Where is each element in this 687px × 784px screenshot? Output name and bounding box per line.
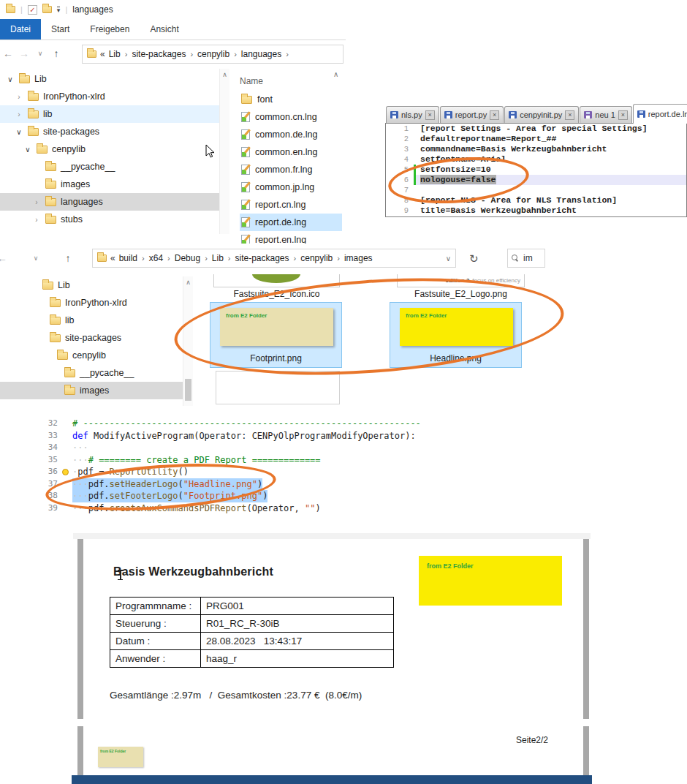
file-row[interactable]: common.jp.lng — [240, 178, 342, 196]
editor-tab[interactable]: nls.py × — [386, 106, 439, 123]
file-row[interactable]: common.cn.lng — [240, 108, 342, 126]
thumbnail-fastsuite-icon[interactable] — [213, 274, 340, 287]
thumbnail-fastsuite-logo[interactable]: edition 2 focus on efficiency — [397, 274, 525, 287]
line-number: 3 — [386, 144, 414, 154]
tree-item[interactable]: ∨ Lib — [0, 70, 219, 88]
tree-scrollbar[interactable]: ∧ — [183, 276, 193, 406]
file-row[interactable]: common.fr.lng — [240, 161, 342, 178]
file-row[interactable]: common.en.lng — [240, 143, 342, 161]
scrollbar-thumb[interactable] — [185, 379, 191, 401]
from-e2-folder-text: from E2 Folder — [226, 312, 267, 319]
tree-item[interactable]: __pycache__ — [0, 364, 183, 382]
editor-content[interactable]: 1 [report Settings - Area for special Se… — [385, 123, 687, 217]
file-row[interactable]: common.de.lng — [240, 126, 342, 143]
mouse-cursor — [205, 144, 215, 159]
close-icon[interactable]: × — [425, 110, 435, 120]
tree-item[interactable]: › lib — [0, 105, 219, 123]
thumbnail-label[interactable]: Fastsuite_E2_Logo.png — [397, 289, 525, 299]
folder-icon — [28, 93, 39, 101]
editor-tab[interactable]: report.py × — [440, 106, 504, 123]
tree-chevron-icon[interactable]: › — [32, 216, 41, 224]
address-dropdown-icon[interactable]: ∨ — [446, 255, 451, 263]
tree-item[interactable]: ∨ cenpylib — [0, 140, 219, 158]
history-dropdown-icon[interactable]: ∨ — [28, 255, 44, 262]
tree-item[interactable]: images — [0, 382, 183, 399]
thumbnail-headline-selected[interactable]: from E2 Folder Headline.png — [390, 302, 522, 368]
address-bar[interactable]: « build›x64›Debug›Lib›site-packages›cenp… — [92, 249, 456, 268]
report-table-row: Steuerung :R01_RC_R-30iB — [110, 615, 394, 633]
tree-item[interactable]: › IronPython-xlrd — [0, 88, 219, 105]
forward-icon[interactable]: → — [16, 48, 32, 59]
column-header-name[interactable]: Name — [240, 72, 342, 91]
tree-item[interactable]: ∨ site-packages — [0, 123, 219, 140]
refresh-icon[interactable]: ↻ — [469, 252, 479, 265]
tree-scrollbar[interactable]: ∧ — [219, 69, 229, 234]
breadcrumb-item[interactable]: Debug — [175, 253, 200, 263]
breadcrumb-item[interactable]: Lib — [109, 49, 121, 59]
up-icon[interactable]: ↑ — [48, 48, 64, 59]
thumbnail-footprint-selected[interactable]: from E2 Folder Footprint.png — [210, 302, 342, 368]
breadcrumb-item[interactable]: Lib — [212, 253, 224, 263]
editor-tab[interactable]: neu 1 × — [580, 106, 632, 123]
breadcrumb-item[interactable]: build — [119, 253, 137, 263]
breadcrumb-item[interactable]: x64 — [149, 253, 163, 263]
search-input[interactable]: im — [523, 253, 533, 263]
separator: | — [65, 5, 67, 14]
list-scrollbar-up-icon[interactable]: ∧ — [333, 70, 338, 78]
breadcrumb-item[interactable]: languages — [241, 49, 281, 59]
tree-item[interactable]: Lib — [0, 276, 183, 294]
new-folder-icon[interactable] — [42, 6, 52, 13]
history-dropdown-icon[interactable]: ∨ — [32, 50, 48, 57]
thumbnail-label[interactable]: Fastsuite_E2_Icon.ico — [213, 289, 340, 299]
tree-chevron-icon[interactable]: ∨ — [23, 146, 32, 154]
properties-check-icon[interactable]: ✓ — [28, 5, 37, 15]
search-box[interactable]: im — [507, 249, 545, 268]
tree-item[interactable]: lib — [0, 312, 183, 329]
ribbon-tab[interactable]: Ansicht — [140, 19, 189, 39]
tree-item[interactable]: __pycache__ — [0, 158, 219, 176]
file-row[interactable]: report.de.lng — [240, 214, 342, 231]
breadcrumb-separator: › — [293, 254, 297, 263]
tree-item[interactable]: IronPython-xlrd — [0, 294, 183, 312]
breadcrumb-item[interactable]: cenpylib — [300, 253, 333, 263]
tree-chevron-icon[interactable]: ∨ — [6, 75, 15, 83]
tree-chevron-icon[interactable]: › — [15, 93, 23, 101]
folder-icon — [42, 282, 53, 290]
tree-item[interactable]: images — [0, 176, 219, 193]
close-icon[interactable]: × — [490, 110, 499, 120]
file-name: font — [257, 94, 273, 105]
file-row[interactable]: font — [240, 91, 342, 108]
back-icon[interactable]: ← — [0, 48, 16, 59]
tree-chevron-icon[interactable]: › — [32, 198, 41, 206]
code-snippet-editor[interactable]: 32 # -----------------------------------… — [33, 415, 420, 515]
quick-access-dropdown-icon[interactable]: ▾ — [57, 7, 61, 13]
tree-chevron-icon[interactable]: › — [15, 110, 23, 118]
address-folder-icon — [87, 50, 96, 58]
lightbulb-icon[interactable] — [62, 469, 69, 475]
thumbnail-empty[interactable] — [216, 371, 340, 404]
tree-chevron-icon[interactable]: ∨ — [15, 128, 23, 136]
from-e2-folder-text: from E2 Folder — [427, 562, 474, 570]
file-row[interactable]: report.cn.lng — [240, 196, 342, 214]
ribbon-tab[interactable]: Datei — [0, 19, 41, 39]
back-icon[interactable]: ← — [0, 252, 10, 264]
ribbon-tab[interactable]: Freigeben — [80, 19, 140, 39]
tree-item[interactable]: site-packages — [0, 329, 183, 347]
ribbon-tab[interactable]: Start — [41, 19, 80, 39]
editor-tab[interactable]: report.de.lng × — [633, 104, 687, 124]
tree-item[interactable]: › languages — [0, 193, 219, 211]
address-bar[interactable]: « Lib›site-packages›cenpylib›languages› — [82, 45, 344, 64]
close-icon[interactable]: × — [618, 110, 628, 120]
tree-item[interactable]: › stubs — [0, 211, 219, 228]
close-icon[interactable]: × — [565, 110, 574, 120]
breadcrumb-item[interactable]: site-packages — [132, 49, 186, 59]
breadcrumb-item[interactable]: site-packages — [235, 253, 289, 263]
editor-tab[interactable]: cenpyinit.py × — [504, 106, 579, 123]
report-table-label: Steuerung : — [110, 615, 201, 633]
up-icon[interactable]: ↑ — [60, 252, 76, 264]
title-bar[interactable]: | ✓ ▾ | languages — [0, 0, 346, 19]
breadcrumb-item[interactable]: cenpylib — [197, 49, 229, 59]
breadcrumb-item[interactable]: images — [344, 253, 373, 263]
code-line-text: ···pdf.setFooterLogo("Footprint.png") — [72, 490, 267, 502]
tree-item[interactable]: cenpylib — [0, 347, 183, 364]
